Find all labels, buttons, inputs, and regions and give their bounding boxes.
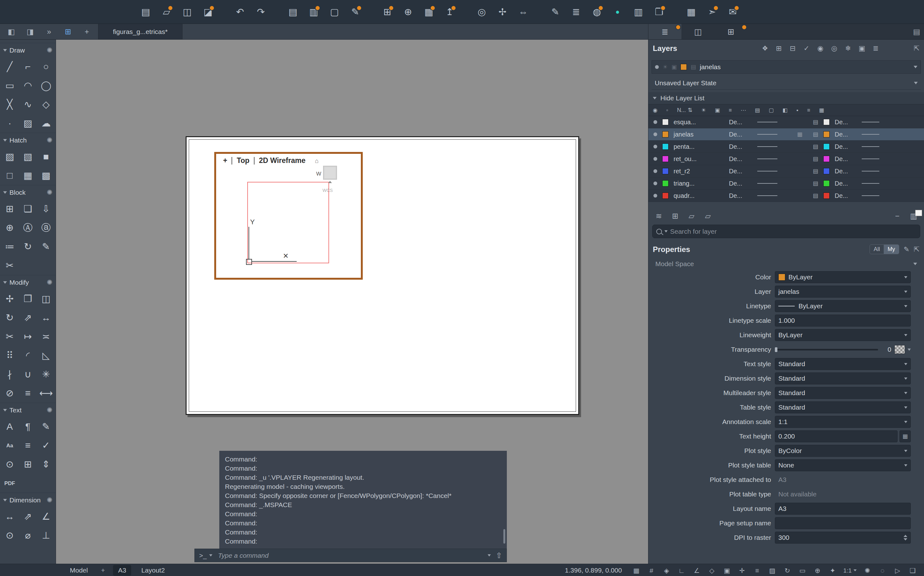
tool-rotate[interactable]: ↻	[1, 308, 19, 327]
tool-chamfer[interactable]: ◺	[37, 346, 55, 365]
monitor-icon[interactable]: ▦	[684, 5, 699, 19]
viewport-style-button[interactable]: 2D Wireframe	[259, 156, 305, 165]
new-group-filter-icon[interactable]: ▱	[702, 211, 713, 221]
share-icon[interactable]: ➣	[705, 5, 719, 19]
selection-cycling-icon[interactable]: ↻	[782, 565, 793, 576]
layer-vp-lineweight-value[interactable]: De...	[834, 192, 862, 200]
tool-point[interactable]: ∙	[1, 114, 19, 133]
tool-create-block[interactable]: ❏	[19, 200, 37, 218]
tool-scale[interactable]: ⇗	[19, 308, 37, 327]
drawing-canvas[interactable]: + Top 2D Wireframe Y ✕	[56, 40, 648, 564]
feedback-icon[interactable]: ✉	[726, 5, 740, 19]
layer-name[interactable]: janelas	[673, 131, 729, 138]
tool-construction-line[interactable]: ╳	[1, 95, 19, 114]
new-layer-icon[interactable]: ⊞	[774, 44, 784, 53]
layer-color-swatch[interactable]	[662, 180, 668, 187]
windows-icon[interactable]: ❐	[652, 5, 666, 19]
layer-row[interactable]: janelas De... ▦ ▤ De...	[648, 128, 924, 141]
text-height-input[interactable]	[779, 432, 894, 440]
tool-block-editor[interactable]: ✎	[37, 237, 55, 256]
layer-print-icon[interactable]: ▤	[807, 131, 823, 137]
viewcube-west-label[interactable]: W	[316, 171, 321, 177]
layer-linetype-sample[interactable]	[757, 158, 792, 159]
layer-print-icon[interactable]: ▤	[807, 193, 823, 198]
save-as-icon[interactable]: ◪	[201, 5, 215, 19]
tab-properties[interactable]: ◫	[681, 24, 715, 39]
user-edit-icon[interactable]: ✎	[548, 5, 563, 19]
tool-erase[interactable]: ⊘	[1, 384, 19, 403]
tool-array[interactable]: ⠿	[1, 346, 19, 365]
tool-define-attribute[interactable]: Ⓐ	[19, 218, 37, 237]
export-icon[interactable]: ↥	[442, 5, 457, 19]
layer-vp-color-swatch[interactable]	[823, 156, 830, 162]
layer-print-icon[interactable]: ▤	[807, 144, 823, 149]
layer-status-cell[interactable]	[648, 133, 662, 136]
toggle-bottom-panel-icon[interactable]: ◨	[24, 26, 37, 38]
seg-all-button[interactable]: All	[870, 245, 884, 254]
model-tab[interactable]: Model	[65, 565, 93, 576]
tool-dim-radius[interactable]: ⊙	[1, 526, 19, 545]
layer-linetype-sample[interactable]	[757, 171, 792, 171]
web-publish-icon[interactable]: ◍	[590, 5, 604, 19]
section-dimension-header[interactable]: Dimension ✺	[0, 493, 56, 507]
stepper-up-icon[interactable]	[903, 535, 907, 537]
tool-hatch[interactable]: ▨	[1, 147, 19, 166]
linetype-column-icon[interactable]: ≡	[729, 107, 732, 113]
tool-ellipse[interactable]: ◯	[37, 76, 55, 95]
popout-panel-icon[interactable]: ⇱	[914, 45, 919, 52]
tab-reference[interactable]: ⊞	[715, 24, 748, 39]
columns-icon[interactable]: ▥	[631, 5, 646, 19]
tool-lengthen[interactable]: ⟷	[37, 384, 55, 403]
tool-circle[interactable]: ○	[37, 57, 55, 76]
object-snap-icon[interactable]: ▣	[721, 565, 733, 576]
redo-icon[interactable]: ↷	[254, 5, 268, 19]
tool-purge[interactable]: ✂	[1, 256, 19, 275]
tab-overflow-icon[interactable]: »	[43, 26, 55, 38]
layer-lineweight-value[interactable]: De...	[729, 143, 757, 150]
tool-attach-xref[interactable]: ⊕	[1, 218, 19, 237]
layer-vp-color-swatch[interactable]	[823, 119, 830, 125]
plot-style-dropdown[interactable]: ByColor	[775, 445, 911, 457]
annotation-visibility-icon[interactable]: ✦	[827, 565, 838, 576]
tool-gradient[interactable]: ▧	[19, 147, 37, 166]
annotation-scale-control[interactable]: 1:1	[842, 565, 858, 576]
layer-vp-lineweight-value[interactable]: De...	[834, 143, 862, 150]
isolate-layer-icon[interactable]: ◉	[815, 44, 826, 53]
page-setup-icon[interactable]: ✎	[348, 5, 363, 19]
gear-icon[interactable]: ✺	[47, 47, 53, 54]
resize-grip[interactable]	[915, 210, 922, 216]
tool-boundary[interactable]: □	[1, 166, 19, 185]
layer-vp-linetype-sample[interactable]	[862, 171, 924, 171]
tool-dim-diameter[interactable]: ⌀	[19, 526, 37, 545]
viewport-view-button[interactable]: Top	[237, 156, 249, 165]
layer-print-icon[interactable]: ▤	[807, 168, 823, 174]
seg-my-button[interactable]: My	[884, 245, 899, 254]
layer-vp-linetype-sample[interactable]	[862, 195, 924, 196]
save-icon[interactable]: ◫	[180, 5, 194, 19]
section-hatch-header[interactable]: Hatch ✺	[0, 133, 56, 147]
freeze-layer-icon[interactable]: ❄	[843, 44, 854, 53]
ortho-mode-icon[interactable]: ∟	[676, 565, 687, 576]
layer-lineweight-value[interactable]: De...	[729, 168, 757, 175]
lock-column-icon[interactable]: ▣	[715, 107, 720, 113]
hide-layer-list-toggle[interactable]: Hide Layer List	[648, 92, 924, 104]
object-snap-tracking-icon[interactable]: ✛	[737, 565, 748, 576]
tool-mtext[interactable]: ¶	[19, 417, 37, 436]
layout2-tab[interactable]: Layout2	[136, 565, 170, 576]
gear-icon[interactable]: ✺	[47, 189, 53, 196]
layer-vp-lineweight-value[interactable]: De...	[834, 155, 862, 163]
layer-states-icon[interactable]: ≣	[871, 44, 881, 53]
isodraft-icon[interactable]: ◇	[706, 565, 718, 576]
layer-lineweight-value[interactable]: De...	[729, 118, 757, 126]
layer-row[interactable]: ret_ou... De... ▤ De...	[648, 153, 924, 165]
color-dropdown[interactable]: ByLayer	[775, 271, 911, 283]
layer-vp-lineweight-value[interactable]: De...	[834, 118, 862, 126]
layer-name[interactable]: triang...	[673, 180, 729, 187]
layer-vp-color-swatch[interactable]	[823, 180, 830, 187]
chevron-down-icon[interactable]	[914, 66, 918, 68]
share-command-icon[interactable]: ⇧	[496, 552, 502, 559]
layer-lineweight-value[interactable]: De...	[729, 180, 757, 187]
zoom-extents-icon[interactable]: ⇔	[516, 5, 531, 19]
match-layer-icon[interactable]: ❖	[760, 44, 771, 53]
stepper-down-icon[interactable]	[903, 538, 907, 541]
